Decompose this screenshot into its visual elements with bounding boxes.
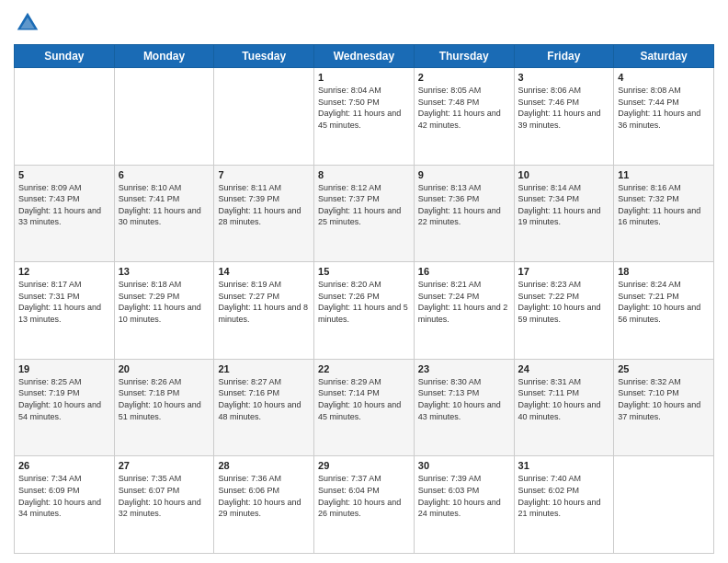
calendar-cell: 23Sunrise: 8:30 AM Sunset: 7:13 PM Dayli… [414, 359, 514, 456]
day-number: 7 [218, 169, 310, 180]
day-info: Sunrise: 8:20 AM Sunset: 7:26 PM Dayligh… [318, 279, 410, 325]
day-info: Sunrise: 7:40 AM Sunset: 6:02 PM Dayligh… [518, 473, 610, 519]
day-info: Sunrise: 7:36 AM Sunset: 6:06 PM Dayligh… [218, 473, 310, 519]
day-number: 31 [518, 460, 610, 471]
calendar-cell: 6Sunrise: 8:10 AM Sunset: 7:41 PM Daylig… [114, 165, 214, 262]
day-number: 1 [318, 72, 410, 83]
calendar-cell: 16Sunrise: 8:21 AM Sunset: 7:24 PM Dayli… [414, 262, 514, 360]
calendar-cell: 28Sunrise: 7:36 AM Sunset: 6:06 PM Dayli… [214, 456, 314, 554]
day-info: Sunrise: 7:35 AM Sunset: 6:07 PM Dayligh… [119, 473, 210, 519]
day-number: 2 [418, 72, 510, 83]
day-number: 17 [518, 266, 610, 277]
day-info: Sunrise: 8:06 AM Sunset: 7:46 PM Dayligh… [518, 85, 610, 131]
day-number: 11 [618, 169, 710, 180]
calendar-row-3: 19Sunrise: 8:25 AM Sunset: 7:19 PM Dayli… [15, 359, 714, 456]
weekday-header-saturday: Saturday [614, 45, 714, 68]
day-info: Sunrise: 8:04 AM Sunset: 7:50 PM Dayligh… [318, 85, 410, 131]
day-number: 3 [518, 72, 610, 83]
logo [14, 9, 45, 37]
day-info: Sunrise: 8:21 AM Sunset: 7:24 PM Dayligh… [418, 279, 510, 325]
calendar-cell: 13Sunrise: 8:18 AM Sunset: 7:29 PM Dayli… [114, 262, 214, 360]
day-number: 25 [618, 363, 710, 374]
day-number: 23 [418, 363, 510, 374]
day-number: 6 [119, 169, 210, 180]
weekday-header-friday: Friday [514, 45, 614, 68]
calendar-cell: 18Sunrise: 8:24 AM Sunset: 7:21 PM Dayli… [614, 262, 714, 360]
calendar-cell: 20Sunrise: 8:26 AM Sunset: 7:18 PM Dayli… [114, 359, 214, 456]
day-number: 13 [119, 266, 210, 277]
day-number: 8 [318, 169, 410, 180]
calendar-cell: 15Sunrise: 8:20 AM Sunset: 7:26 PM Dayli… [314, 262, 415, 360]
weekday-header-tuesday: Tuesday [214, 45, 314, 68]
day-info: Sunrise: 8:16 AM Sunset: 7:32 PM Dayligh… [618, 182, 710, 228]
calendar-cell: 3Sunrise: 8:06 AM Sunset: 7:46 PM Daylig… [514, 68, 614, 166]
day-number: 22 [318, 363, 410, 374]
logo-icon [14, 9, 41, 37]
day-number: 20 [119, 363, 210, 374]
day-number: 12 [18, 266, 110, 277]
day-info: Sunrise: 8:19 AM Sunset: 7:27 PM Dayligh… [218, 279, 310, 325]
calendar-cell: 22Sunrise: 8:29 AM Sunset: 7:14 PM Dayli… [314, 359, 415, 456]
day-info: Sunrise: 7:39 AM Sunset: 6:03 PM Dayligh… [418, 473, 510, 519]
weekday-header-wednesday: Wednesday [314, 45, 415, 68]
day-number: 18 [618, 266, 710, 277]
calendar-cell: 24Sunrise: 8:31 AM Sunset: 7:11 PM Dayli… [514, 359, 614, 456]
day-info: Sunrise: 8:27 AM Sunset: 7:16 PM Dayligh… [218, 376, 310, 422]
day-info: Sunrise: 8:11 AM Sunset: 7:39 PM Dayligh… [218, 182, 310, 228]
day-info: Sunrise: 8:09 AM Sunset: 7:43 PM Dayligh… [18, 182, 110, 228]
calendar-cell: 9Sunrise: 8:13 AM Sunset: 7:36 PM Daylig… [414, 165, 514, 262]
calendar-cell: 2Sunrise: 8:05 AM Sunset: 7:48 PM Daylig… [414, 68, 514, 166]
calendar-cell: 1Sunrise: 8:04 AM Sunset: 7:50 PM Daylig… [314, 68, 415, 166]
calendar-cell [614, 456, 714, 554]
calendar-cell: 14Sunrise: 8:19 AM Sunset: 7:27 PM Dayli… [214, 262, 314, 360]
calendar-cell: 4Sunrise: 8:08 AM Sunset: 7:44 PM Daylig… [614, 68, 714, 166]
day-number: 19 [18, 363, 110, 374]
calendar-cell: 10Sunrise: 8:14 AM Sunset: 7:34 PM Dayli… [514, 165, 614, 262]
day-number: 5 [18, 169, 110, 180]
day-number: 15 [318, 266, 410, 277]
day-info: Sunrise: 8:08 AM Sunset: 7:44 PM Dayligh… [618, 85, 710, 131]
day-info: Sunrise: 8:14 AM Sunset: 7:34 PM Dayligh… [518, 182, 610, 228]
day-number: 21 [218, 363, 310, 374]
calendar-cell: 26Sunrise: 7:34 AM Sunset: 6:09 PM Dayli… [15, 456, 115, 554]
day-info: Sunrise: 8:31 AM Sunset: 7:11 PM Dayligh… [518, 376, 610, 422]
calendar-row-4: 26Sunrise: 7:34 AM Sunset: 6:09 PM Dayli… [15, 456, 714, 554]
calendar-cell: 12Sunrise: 8:17 AM Sunset: 7:31 PM Dayli… [15, 262, 115, 360]
day-info: Sunrise: 8:10 AM Sunset: 7:41 PM Dayligh… [119, 182, 210, 228]
day-info: Sunrise: 8:18 AM Sunset: 7:29 PM Dayligh… [119, 279, 210, 325]
day-number: 4 [618, 72, 710, 83]
day-number: 16 [418, 266, 510, 277]
calendar-cell: 31Sunrise: 7:40 AM Sunset: 6:02 PM Dayli… [514, 456, 614, 554]
calendar-row-0: 1Sunrise: 8:04 AM Sunset: 7:50 PM Daylig… [15, 68, 714, 166]
day-info: Sunrise: 8:26 AM Sunset: 7:18 PM Dayligh… [119, 376, 210, 422]
weekday-header-thursday: Thursday [414, 45, 514, 68]
calendar-cell: 19Sunrise: 8:25 AM Sunset: 7:19 PM Dayli… [15, 359, 115, 456]
calendar-cell: 29Sunrise: 7:37 AM Sunset: 6:04 PM Dayli… [314, 456, 415, 554]
weekday-header-sunday: Sunday [15, 45, 115, 68]
calendar-row-2: 12Sunrise: 8:17 AM Sunset: 7:31 PM Dayli… [15, 262, 714, 360]
weekday-header-row: SundayMondayTuesdayWednesdayThursdayFrid… [15, 45, 714, 68]
day-info: Sunrise: 8:17 AM Sunset: 7:31 PM Dayligh… [18, 279, 110, 325]
calendar-cell: 25Sunrise: 8:32 AM Sunset: 7:10 PM Dayli… [614, 359, 714, 456]
calendar-cell [15, 68, 115, 166]
day-info: Sunrise: 8:23 AM Sunset: 7:22 PM Dayligh… [518, 279, 610, 325]
day-number: 14 [218, 266, 310, 277]
day-number: 27 [119, 460, 210, 471]
day-info: Sunrise: 8:12 AM Sunset: 7:37 PM Dayligh… [318, 182, 410, 228]
header [14, 9, 714, 37]
day-info: Sunrise: 8:25 AM Sunset: 7:19 PM Dayligh… [18, 376, 110, 422]
weekday-header-monday: Monday [114, 45, 214, 68]
day-number: 28 [218, 460, 310, 471]
day-info: Sunrise: 8:13 AM Sunset: 7:36 PM Dayligh… [418, 182, 510, 228]
day-number: 29 [318, 460, 410, 471]
day-number: 24 [518, 363, 610, 374]
calendar-cell: 7Sunrise: 8:11 AM Sunset: 7:39 PM Daylig… [214, 165, 314, 262]
calendar-cell: 21Sunrise: 8:27 AM Sunset: 7:16 PM Dayli… [214, 359, 314, 456]
calendar-cell: 27Sunrise: 7:35 AM Sunset: 6:07 PM Dayli… [114, 456, 214, 554]
calendar-row-1: 5Sunrise: 8:09 AM Sunset: 7:43 PM Daylig… [15, 165, 714, 262]
calendar-table: SundayMondayTuesdayWednesdayThursdayFrid… [14, 44, 714, 554]
day-info: Sunrise: 8:05 AM Sunset: 7:48 PM Dayligh… [418, 85, 510, 131]
calendar-cell: 17Sunrise: 8:23 AM Sunset: 7:22 PM Dayli… [514, 262, 614, 360]
day-number: 9 [418, 169, 510, 180]
day-info: Sunrise: 8:29 AM Sunset: 7:14 PM Dayligh… [318, 376, 410, 422]
